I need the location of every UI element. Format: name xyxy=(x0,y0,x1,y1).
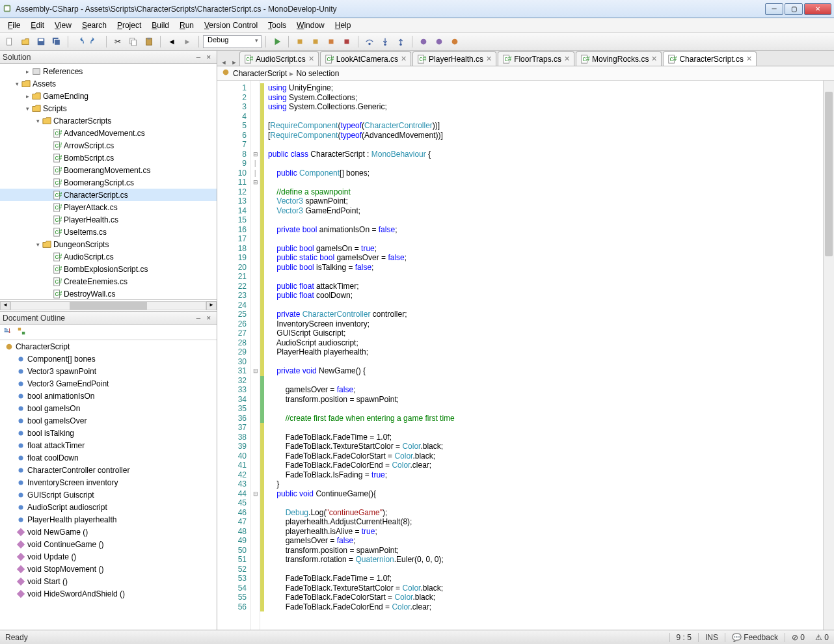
tree-node[interactable]: c#AudioScript.cs xyxy=(0,250,217,263)
outline-item[interactable]: AudioScript audioscript xyxy=(0,501,217,513)
outline-item[interactable]: PlayerHealth playerhealth xyxy=(0,513,217,526)
tree-node[interactable]: c#BoomerangScript.cs xyxy=(0,176,217,189)
tree-node[interactable]: c#CharacterScript.cs xyxy=(0,189,217,201)
tab-close-icon[interactable]: ✕ xyxy=(308,55,314,63)
outline-root[interactable]: CharacterScript xyxy=(0,340,217,353)
outline-item[interactable]: Component[] bones xyxy=(0,353,217,365)
outline-list[interactable]: CharacterScriptComponent[] bonesVector3 … xyxy=(0,340,217,630)
tree-node[interactable]: c#UseItems.cs xyxy=(0,226,217,238)
menu-help[interactable]: Help xyxy=(330,20,356,31)
file-tab[interactable]: c#CharacterScript.cs✕ xyxy=(663,51,757,66)
tree-node[interactable]: c#AdvancedMovement.cs xyxy=(0,127,217,139)
nav-forward-button[interactable]: ► xyxy=(180,34,195,49)
file-tab[interactable]: c#LookAtCamera.cs✕ xyxy=(320,51,411,66)
outline-item[interactable]: bool isTalking xyxy=(0,427,217,439)
copy-button[interactable] xyxy=(126,34,141,49)
tab-close-icon[interactable]: ✕ xyxy=(401,55,407,63)
tab-prev-icon[interactable]: ◄ xyxy=(219,59,229,66)
group-icon[interactable] xyxy=(17,327,26,338)
open-button[interactable] xyxy=(18,34,33,49)
tree-node[interactable]: ▾CharacterScripts xyxy=(0,114,217,127)
breadcrumb-bar[interactable]: CharacterScript ▸ No selection xyxy=(217,66,834,81)
config-combo[interactable]: Debug xyxy=(203,35,262,48)
undo-button[interactable] xyxy=(72,34,87,49)
tool-c-button[interactable] xyxy=(448,34,462,49)
stop-button[interactable] xyxy=(340,34,354,49)
close-button[interactable]: ✕ xyxy=(804,3,831,15)
outline-item[interactable]: float coolDown xyxy=(0,451,217,464)
save-all-button[interactable] xyxy=(49,34,64,49)
tool-a-button[interactable] xyxy=(416,34,431,49)
menu-file[interactable]: File xyxy=(3,20,25,31)
tree-node[interactable]: ▸References xyxy=(0,65,217,77)
nav-member[interactable]: No selection xyxy=(296,69,339,78)
step-into-button[interactable] xyxy=(378,34,392,49)
outline-item[interactable]: void StopMovement () xyxy=(0,563,217,575)
debug2-button[interactable] xyxy=(308,34,323,49)
menu-edit[interactable]: Edit xyxy=(25,20,49,31)
solution-hscroll[interactable]: ◄► xyxy=(0,299,217,311)
outline-item[interactable]: Vector3 GameEndPoint xyxy=(0,377,217,390)
tree-node[interactable]: c#DestroyWall.cs xyxy=(0,288,217,299)
new-file-button[interactable] xyxy=(3,34,17,49)
outline-item[interactable]: bool animationIsOn xyxy=(0,390,217,402)
tree-node[interactable]: c#PlayerAttack.cs xyxy=(0,201,217,213)
sort-icon[interactable] xyxy=(3,327,12,338)
outline-item[interactable]: CharacterController controller xyxy=(0,464,217,476)
debug3-button[interactable] xyxy=(324,34,338,49)
outline-item[interactable]: GUIScript Guiscript xyxy=(0,489,217,501)
paste-button[interactable] xyxy=(142,34,156,49)
tree-node[interactable]: c#BombExplosionScript.cs xyxy=(0,263,217,275)
panel-minimize-icon[interactable]: ─ xyxy=(193,314,204,323)
outline-item[interactable]: void ContinueGame () xyxy=(0,538,217,550)
tree-node[interactable]: ▾DungeonScripts xyxy=(0,238,217,250)
tab-close-icon[interactable]: ✕ xyxy=(486,55,492,63)
error-count[interactable]: ⊘ 0 xyxy=(785,633,811,642)
outline-item[interactable]: Vector3 spawnPoint xyxy=(0,365,217,377)
step-out-button[interactable] xyxy=(394,34,408,49)
menu-build[interactable]: Build xyxy=(146,20,174,31)
tree-node[interactable]: c#PlayerHealth.cs xyxy=(0,213,217,226)
run-button[interactable] xyxy=(270,34,284,49)
outline-item[interactable]: float attackTimer xyxy=(0,439,217,451)
tree-node[interactable]: ▾Assets xyxy=(0,77,217,90)
tree-node[interactable]: c#ArrowScript.cs xyxy=(0,139,217,152)
tree-node[interactable]: c#BoomerangMovement.cs xyxy=(0,164,217,176)
debug1-button[interactable] xyxy=(293,34,307,49)
file-tab[interactable]: c#MovingRocks.cs✕ xyxy=(576,51,662,66)
outline-item[interactable]: bool gameIsOver xyxy=(0,414,217,427)
cut-button[interactable]: ✂ xyxy=(111,34,125,49)
tool-b-button[interactable] xyxy=(432,34,446,49)
menu-window[interactable]: Window xyxy=(291,20,330,31)
tree-node[interactable]: c#CreateEnemies.cs xyxy=(0,275,217,288)
menu-version-control[interactable]: Version Control xyxy=(199,20,263,31)
nav-back-button[interactable]: ◄ xyxy=(165,34,179,49)
maximize-button[interactable]: ▢ xyxy=(785,3,803,15)
minimize-button[interactable]: ─ xyxy=(765,3,783,15)
outline-item[interactable]: bool gameIsOn xyxy=(0,402,217,414)
nav-class[interactable]: CharacterScript xyxy=(233,69,287,78)
tree-node[interactable]: ▾Scripts xyxy=(0,102,217,114)
warning-count[interactable]: ⚠ 0 xyxy=(811,633,829,642)
outline-item[interactable]: InventoryScreen inventory xyxy=(0,476,217,489)
menu-search[interactable]: Search xyxy=(77,20,112,31)
save-button[interactable] xyxy=(34,34,48,49)
panel-close-icon[interactable]: ✕ xyxy=(204,53,214,62)
outline-item[interactable]: void HideSwordAndShield () xyxy=(0,587,217,600)
file-tab[interactable]: c#FloorTraps.cs✕ xyxy=(498,51,574,66)
redo-button[interactable] xyxy=(88,34,102,49)
file-tab[interactable]: c#AudioScript.cs✕ xyxy=(239,51,319,66)
tree-node[interactable]: c#BombScript.cs xyxy=(0,152,217,164)
menu-run[interactable]: Run xyxy=(174,20,199,31)
fold-column[interactable]: ⊟││⊟⊟⊟ xyxy=(251,81,260,630)
code-editor[interactable]: 1234567891011121314151617181920212223242… xyxy=(217,81,834,630)
outline-item[interactable]: void Start () xyxy=(0,575,217,587)
tab-close-icon[interactable]: ✕ xyxy=(746,55,752,63)
menu-view[interactable]: View xyxy=(49,20,77,31)
outline-item[interactable]: void Update () xyxy=(0,550,217,563)
tab-close-icon[interactable]: ✕ xyxy=(564,55,570,63)
tab-next-icon[interactable]: ► xyxy=(229,59,239,66)
panel-minimize-icon[interactable]: ─ xyxy=(193,53,204,62)
editor-vscroll[interactable] xyxy=(823,81,834,630)
outline-item[interactable]: void NewGame () xyxy=(0,526,217,538)
